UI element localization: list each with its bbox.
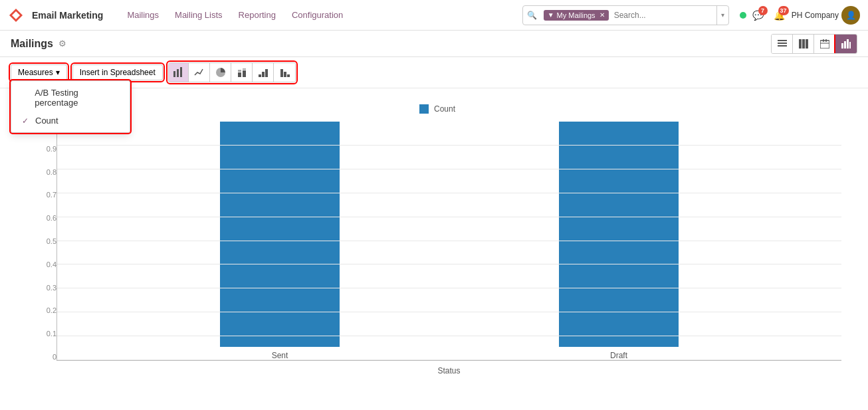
list-view-button[interactable] bbox=[772, 35, 793, 53]
filter-tag: ▼ My Mailings ✕ bbox=[544, 10, 609, 21]
measure-ab-testing[interactable]: A/B Testing percentage bbox=[11, 84, 130, 112]
remove-filter-button[interactable]: ✕ bbox=[599, 11, 605, 19]
bar-sent bbox=[220, 122, 340, 347]
breadcrumb-bar: Mailings ⚙ bbox=[0, 31, 868, 57]
y-label-9: 0.9 bbox=[33, 145, 56, 153]
graph-view-button[interactable] bbox=[835, 35, 857, 53]
bars-container: Sent Draft bbox=[57, 122, 841, 360]
measure-count-label: Count bbox=[35, 116, 58, 126]
svg-rect-25 bbox=[265, 69, 268, 77]
alerts-button[interactable]: 🔔 37 bbox=[770, 6, 789, 25]
sort-ascending-button[interactable] bbox=[254, 63, 274, 82]
chart-area: Count 0 0.1 0.2 0.3 0.4 0.5 0.6 0.7 0.8 … bbox=[0, 88, 868, 410]
svg-rect-18 bbox=[180, 67, 182, 77]
svg-rect-8 bbox=[820, 41, 829, 49]
chart-container: Count 0 0.1 0.2 0.3 0.4 0.5 0.6 0.7 0.8 … bbox=[0, 99, 868, 405]
svg-rect-23 bbox=[259, 74, 261, 77]
svg-rect-12 bbox=[841, 43, 843, 49]
stacked-chart-button[interactable] bbox=[233, 63, 253, 82]
svg-rect-13 bbox=[844, 41, 846, 49]
svg-rect-17 bbox=[177, 69, 179, 77]
pie-chart-button[interactable] bbox=[211, 63, 231, 82]
y-axis: 0 0.1 0.2 0.3 0.4 0.5 0.6 0.7 0.8 0.9 1 bbox=[33, 122, 56, 361]
svg-rect-2 bbox=[778, 40, 787, 41]
top-navigation: Email Marketing Mailings Mailing Lists R… bbox=[0, 0, 868, 31]
calendar-view-button[interactable] bbox=[814, 35, 835, 53]
nav-mailings[interactable]: Mailings bbox=[119, 0, 167, 31]
legend-label: Count bbox=[434, 104, 455, 114]
svg-rect-27 bbox=[284, 72, 286, 77]
chart-type-buttons bbox=[168, 62, 296, 82]
y-label-2: 0.2 bbox=[33, 306, 56, 314]
svg-rect-15 bbox=[849, 42, 851, 49]
measures-dropdown-container: Measures ▾ A/B Testing percentage ✓ Coun… bbox=[11, 64, 67, 80]
online-status-indicator bbox=[740, 12, 746, 19]
svg-rect-4 bbox=[778, 45, 787, 47]
chart-plot-area: Sent Draft bbox=[56, 122, 841, 361]
kanban-view-button[interactable] bbox=[793, 35, 814, 53]
y-label-0: 0 bbox=[33, 353, 56, 361]
company-name: PH Company bbox=[792, 11, 839, 20]
search-bar: 🔍 ▼ My Mailings ✕ ▾ bbox=[522, 5, 729, 25]
search-input[interactable] bbox=[611, 11, 716, 20]
avatar[interactable]: 👤 bbox=[841, 6, 860, 25]
measures-button[interactable]: Measures ▾ bbox=[11, 64, 67, 80]
app-name: Email Marketing bbox=[32, 10, 103, 21]
y-label-5: 0.5 bbox=[33, 237, 56, 245]
svg-rect-7 bbox=[806, 39, 808, 49]
measures-dropdown-menu: A/B Testing percentage ✓ Count bbox=[11, 80, 130, 133]
svg-rect-6 bbox=[802, 39, 805, 49]
svg-rect-21 bbox=[243, 70, 246, 77]
nav-mailing-lists[interactable]: Mailing Lists bbox=[167, 0, 231, 31]
alerts-badge: 37 bbox=[778, 6, 789, 15]
x-axis-title: Status bbox=[56, 366, 841, 375]
chart-legend: Count bbox=[33, 104, 841, 114]
nav-reporting[interactable]: Reporting bbox=[231, 0, 284, 31]
chart-toolbar: Measures ▾ A/B Testing percentage ✓ Coun… bbox=[0, 57, 868, 88]
measures-dropdown-icon: ▾ bbox=[56, 68, 60, 77]
messages-button[interactable]: 💬 7 bbox=[749, 6, 768, 25]
page-title: Mailings bbox=[11, 38, 53, 50]
y-label-3: 0.3 bbox=[33, 284, 56, 292]
svg-rect-20 bbox=[238, 70, 241, 72]
svg-rect-19 bbox=[238, 72, 241, 77]
y-label-8: 0.8 bbox=[33, 168, 56, 176]
svg-rect-14 bbox=[847, 39, 849, 49]
view-toggles bbox=[771, 34, 857, 54]
svg-rect-24 bbox=[262, 72, 265, 77]
search-icon: 🔍 bbox=[523, 11, 541, 20]
y-label-6: 0.6 bbox=[33, 214, 56, 222]
svg-rect-16 bbox=[173, 71, 175, 77]
svg-rect-28 bbox=[287, 74, 290, 77]
bar-chart-button[interactable] bbox=[169, 63, 189, 82]
main-nav: Mailings Mailing Lists Reporting Configu… bbox=[119, 0, 351, 31]
svg-rect-22 bbox=[243, 68, 246, 70]
legend-color-swatch bbox=[419, 104, 429, 114]
y-label-1: 0.1 bbox=[33, 330, 56, 338]
sort-descending-button[interactable] bbox=[275, 63, 295, 82]
nav-icons: 💬 7 🔔 37 PH Company 👤 bbox=[740, 6, 860, 25]
filter-tag-label: My Mailings bbox=[557, 11, 596, 19]
settings-gear-icon[interactable]: ⚙ bbox=[58, 39, 66, 49]
nav-configuration[interactable]: Configuration bbox=[284, 0, 351, 31]
measures-label: Measures bbox=[18, 68, 53, 77]
app-logo[interactable] bbox=[8, 7, 24, 23]
bar-draft bbox=[559, 122, 679, 347]
bar-label-draft: Draft bbox=[610, 351, 627, 360]
line-chart-button[interactable] bbox=[190, 63, 210, 82]
svg-rect-5 bbox=[799, 39, 802, 49]
svg-rect-26 bbox=[280, 69, 283, 77]
bar-wrapper-draft: Draft bbox=[559, 122, 679, 360]
bar-wrapper-sent: Sent bbox=[220, 122, 340, 360]
insert-spreadsheet-button[interactable]: Insert in Spreadsheet bbox=[72, 64, 163, 80]
bar-label-sent: Sent bbox=[272, 351, 288, 360]
y-label-4: 0.4 bbox=[33, 260, 56, 268]
messages-badge: 7 bbox=[758, 6, 768, 15]
svg-rect-3 bbox=[778, 43, 787, 44]
filter-icon: ▼ bbox=[548, 11, 554, 19]
measure-count[interactable]: ✓ Count bbox=[11, 112, 130, 130]
search-dropdown-button[interactable]: ▾ bbox=[716, 6, 728, 25]
count-check-icon: ✓ bbox=[22, 116, 30, 126]
y-label-7: 0.7 bbox=[33, 191, 56, 199]
measure-ab-testing-label: A/B Testing percentage bbox=[35, 88, 119, 108]
